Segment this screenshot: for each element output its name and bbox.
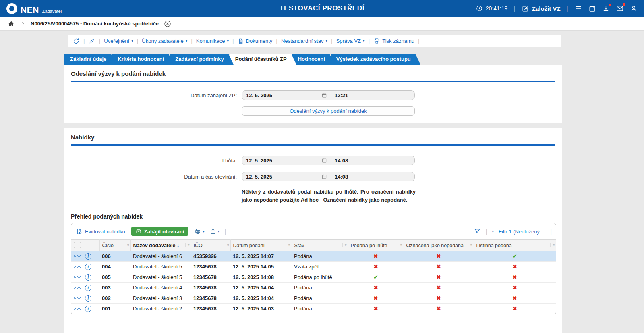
tab-3[interactable]: Podání účastníků ZP	[230, 54, 296, 65]
column-settings-icon[interactable]	[74, 242, 81, 248]
table-row[interactable]: i004Dodavatel - školení 51234567812. 5. …	[71, 262, 556, 272]
menu-icon[interactable]	[574, 4, 582, 12]
toolbar-link-6[interactable]: Tisk záznamu	[373, 37, 414, 44]
row-actions-icon[interactable]	[74, 276, 81, 278]
toolbar-link-0[interactable]: Uveřejnění▾	[104, 38, 133, 44]
cross-cell: ✖	[404, 304, 474, 314]
record-toolbar: | | Uveřejnění▾|Úkony zadavatele▾|Komuni…	[68, 35, 561, 47]
info-icon[interactable]: i	[85, 264, 91, 270]
row-actions-icon[interactable]	[74, 266, 81, 268]
nen-logo[interactable]: NEN Zadavatel	[6, 3, 62, 14]
refresh-icon[interactable]	[72, 37, 80, 45]
cross-cell: ✖	[404, 251, 474, 262]
toolbar-link-4[interactable]: Nestandardní stav▾	[281, 38, 327, 44]
table-row[interactable]: i006Dodavatel - školení 64535932612. 5. …	[71, 251, 556, 262]
filter-caret-icon[interactable]: ▿	[550, 243, 555, 247]
toolbar-link-1[interactable]: Úkony zadavatele▾	[142, 38, 187, 44]
filter-caret-icon[interactable]: ▿	[185, 243, 190, 247]
date-part[interactable]: 12. 5. 2025	[242, 174, 330, 180]
table-row[interactable]: i002Dodavatel - školení 31234567812. 5. …	[71, 293, 556, 304]
time-value[interactable]: 12:21	[330, 92, 348, 98]
cross-cell: ✖	[474, 293, 556, 304]
start-datetime-input[interactable]: 12. 5. 2025 12:21	[242, 90, 415, 100]
send-invitation-button[interactable]: Odeslání výzvy k podání nabídek	[242, 106, 415, 116]
row-actions-icon[interactable]	[74, 297, 81, 299]
calendar-icon[interactable]	[321, 158, 327, 163]
column-label: Stav	[294, 243, 304, 248]
column-header-6[interactable]: Označena jako nepodaná▿	[404, 240, 474, 251]
time-value[interactable]: 14:08	[330, 174, 348, 180]
date-part[interactable]: 12. 5. 2025	[242, 92, 330, 98]
toolbar-link-2[interactable]: Komunikace▾	[196, 38, 229, 44]
column-header-4[interactable]: Stav▿	[292, 240, 348, 251]
toolbar-link-label: Úkony zadavatele	[142, 38, 183, 44]
table-row[interactable]: i003Dodavatel - školení 41234567812. 5. …	[71, 283, 556, 293]
offers-section-header: Nabídky	[64, 128, 562, 146]
column-header-1[interactable]: Název dodavatele ↓▿	[130, 240, 191, 251]
tab-1[interactable]: Kritéria hodnocení	[112, 54, 174, 65]
close-record-icon[interactable]	[164, 20, 172, 28]
deadline-datetime-input[interactable]: 12. 5. 2025 14:08	[242, 156, 415, 165]
filter-caret-icon[interactable]: ▿	[398, 243, 402, 247]
filter-caret-icon[interactable]: ▿	[468, 243, 472, 247]
tab-5[interactable]: Výsledek zadávacího postupu	[331, 54, 420, 65]
divider: |	[83, 38, 85, 44]
column-header-0[interactable]: Číslo▿	[99, 240, 130, 251]
export-menu-button[interactable]: ▾	[209, 228, 220, 235]
tab-4[interactable]: Hodnocení	[292, 54, 335, 65]
cross-icon: ✖	[374, 285, 378, 291]
table-row[interactable]: i005Dodavatel - školení 51234567812. 5. …	[71, 272, 556, 283]
filter-caret-icon[interactable]: ▿	[225, 243, 229, 247]
downloads-button[interactable]	[602, 5, 610, 12]
print-menu-button[interactable]: ▾	[194, 228, 205, 235]
row-actions-icon[interactable]	[74, 308, 81, 310]
column-header-2[interactable]: IČO▿	[191, 240, 230, 251]
column-header-3[interactable]: Datum podání▿	[230, 240, 292, 251]
create-vz-button[interactable]: Založit VZ	[522, 5, 561, 12]
home-icon[interactable]	[7, 20, 15, 28]
info-icon[interactable]: i	[85, 253, 91, 260]
cross-cell: ✖	[474, 283, 556, 293]
filter-caret-icon[interactable]: ▿	[125, 243, 129, 247]
date-part[interactable]: 12. 5. 2025	[242, 158, 330, 164]
check-icon: ✔	[513, 253, 517, 259]
calendar-icon[interactable]	[321, 174, 327, 179]
row-actions-icon[interactable]	[74, 287, 81, 289]
breadcrumb-record-title[interactable]: N006/25/V00004575 - Domácí kuchyňské spo…	[31, 21, 159, 27]
filter-caret-icon[interactable]: ▿	[286, 243, 290, 247]
user-icon[interactable]	[630, 5, 638, 12]
cell-status: Podána po lhůtě	[292, 272, 348, 283]
table-row[interactable]: i001Dodavatel - školení 21234567812. 5. …	[71, 304, 556, 314]
info-icon[interactable]: i	[85, 295, 91, 302]
info-icon[interactable]: i	[85, 274, 91, 281]
toolbar-link-5[interactable]: Správa VZ▾	[336, 38, 365, 44]
row-actions-icon[interactable]	[74, 255, 81, 257]
active-filter-label[interactable]: Filtr 1 (Neuložený ...	[499, 229, 545, 235]
tab-2[interactable]: Zadávací podmínky	[170, 54, 234, 65]
calendar-icon[interactable]	[321, 92, 327, 98]
chevron-down-icon[interactable]: ▾	[492, 230, 494, 233]
row-tools-cell: i	[71, 283, 99, 293]
calendar-icon[interactable]	[588, 5, 596, 12]
column-header-7[interactable]: Listinná podoba▿	[474, 240, 556, 251]
messages-button[interactable]	[616, 4, 624, 12]
start-opening-button[interactable]: Zahájit otevírání	[131, 227, 188, 236]
register-offer-button[interactable]: Evidovat nabídku	[75, 228, 125, 235]
filter-caret-icon[interactable]: ▿	[342, 243, 347, 247]
tab-0[interactable]: Základní údaje	[64, 54, 116, 65]
column-header-5[interactable]: Podaná po lhůtě▿	[348, 240, 404, 251]
cross-icon: ✖	[513, 295, 517, 301]
opening-datetime-input[interactable]: 12. 5. 2025 14:08	[242, 172, 415, 181]
time-value[interactable]: 14:08	[330, 158, 348, 164]
edit-pencil-icon[interactable]	[89, 37, 95, 44]
info-icon[interactable]: i	[85, 306, 91, 312]
clock-icon	[476, 5, 483, 12]
chevron-down-icon: ▾	[186, 39, 188, 43]
info-icon[interactable]: i	[85, 285, 91, 291]
chevron-down-icon: ▾	[363, 39, 365, 43]
cell-submitted: 12. 5. 2025 14:04	[230, 293, 292, 304]
chevron-down-icon: ▾	[131, 39, 133, 43]
toolbar-link-3[interactable]: Dokumenty	[238, 38, 273, 44]
brand-role: Zadavatel	[42, 9, 62, 14]
filter-funnel-icon[interactable]	[474, 228, 481, 235]
